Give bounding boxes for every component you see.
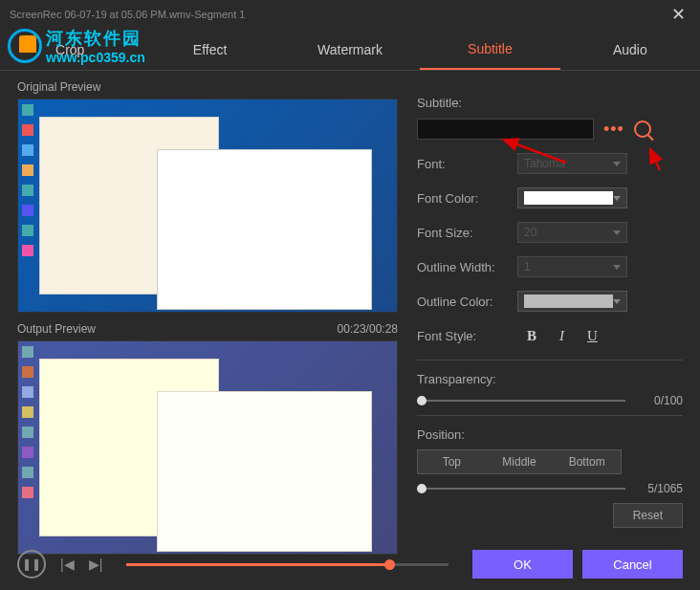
fontsize-dropdown[interactable]: 20 [517,222,627,243]
original-preview [17,98,398,313]
cancel-button[interactable]: Cancel [582,550,683,579]
italic-button[interactable]: I [559,328,564,344]
fontstyle-label: Font Style: [417,329,517,343]
output-preview-label: Output Preview [17,322,96,336]
preview-time: 00:23/00:28 [338,322,398,336]
timeline-thumb[interactable] [384,559,395,570]
slider-thumb[interactable] [417,484,427,493]
chevron-down-icon [613,230,621,235]
font-value: Tahoma [524,157,565,170]
watermark-overlay: 河东软件园 www.pc0359.cn [8,27,145,65]
original-preview-label: Original Preview [17,80,100,94]
reset-button[interactable]: Reset [613,503,683,528]
divider [417,415,683,416]
tab-effect[interactable]: Effect [140,31,279,69]
transparency-slider[interactable] [417,400,625,402]
subtitle-input[interactable] [417,119,594,140]
watermark-text-cn: 河东软件园 [46,27,145,50]
transparency-value: 0/100 [637,394,683,407]
logo-icon [8,29,42,63]
font-label: Font: [417,157,517,171]
subtitle-label: Subtitle: [417,96,517,110]
chevron-down-icon [613,162,621,166]
slider-thumb[interactable] [417,396,427,405]
position-middle-button[interactable]: Middle [486,450,554,473]
timeline-slider[interactable] [126,563,448,566]
outlinewidth-value: 1 [524,260,531,273]
watermark-text-url: www.pc0359.cn [46,50,145,65]
ok-button[interactable]: OK [472,550,573,579]
outlinecolor-swatch [524,295,613,308]
position-label: Position: [417,427,683,442]
divider [417,360,683,361]
fontcolor-swatch [524,191,613,205]
outlinewidth-dropdown[interactable]: 1 [517,256,627,277]
chevron-down-icon [613,299,621,304]
position-bottom-button[interactable]: Bottom [553,450,621,473]
transparency-label: Transparency: [417,372,683,386]
fontcolor-label: Font Color: [417,191,517,206]
browse-button[interactable]: ••• [603,120,624,140]
output-preview [17,340,398,555]
pause-button[interactable]: ❚❚ [17,550,46,579]
position-value: 5/1065 [637,482,683,495]
preview-panel: Original Preview Output Preview 00:23/00… [17,80,398,564]
underline-button[interactable]: U [587,328,598,344]
outlinecolor-dropdown[interactable] [517,291,627,312]
settings-panel: Subtitle: ••• Font: Tahoma Font Color: F… [417,80,683,564]
search-icon[interactable] [634,120,651,138]
font-dropdown[interactable]: Tahoma [517,153,627,174]
tab-subtitle[interactable]: Subtitle [420,30,559,70]
position-slider[interactable] [417,488,625,490]
tab-watermark[interactable]: Watermark [280,31,420,69]
next-button[interactable]: ▶| [89,557,103,572]
fontsize-value: 20 [524,226,536,239]
chevron-down-icon [613,196,621,201]
fontcolor-dropdown[interactable] [517,187,627,208]
pause-icon: ❚❚ [22,557,41,571]
bold-button[interactable]: B [527,328,536,344]
chevron-down-icon [613,265,621,270]
outlinewidth-label: Outline Width: [417,260,517,274]
position-top-button[interactable]: Top [418,450,486,473]
tab-audio[interactable]: Audio [560,31,700,69]
close-icon[interactable]: ✕ [667,4,690,25]
fontsize-label: Font Size: [417,226,517,240]
titlebar: ScreenRec 06-07-19 at 05.06 PM.wmv-Segme… [0,0,700,29]
playback-bar: ❚❚ |◀ ▶| OK Cancel [0,538,700,590]
outlinecolor-label: Outline Color: [417,295,517,309]
position-buttons: Top Middle Bottom [417,449,622,474]
window-title: ScreenRec 06-07-19 at 05.06 PM.wmv-Segme… [10,9,245,20]
prev-button[interactable]: |◀ [60,557,75,572]
